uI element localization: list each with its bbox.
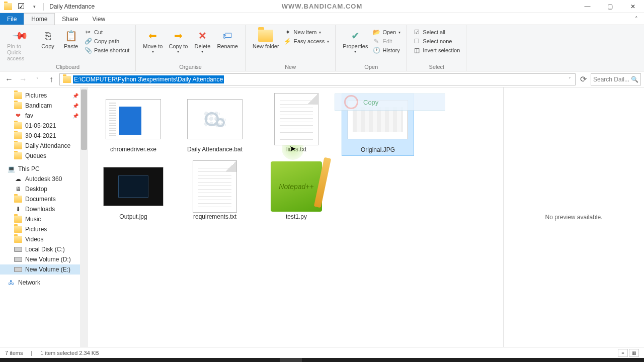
file-item[interactable]: Daily Attendance.bat — [179, 94, 251, 156]
start-button[interactable]: ⊞ — [2, 358, 24, 362]
tab-share[interactable]: Share — [55, 13, 85, 25]
nav-network[interactable]: 🖧Network — [0, 278, 88, 288]
recent-dropdown[interactable]: ˅ — [31, 73, 43, 85]
nav-item[interactable]: Pictures📌 — [0, 90, 88, 101]
task-app-2[interactable]: 📁 — [118, 358, 140, 362]
nav-item[interactable]: Videos — [0, 234, 88, 244]
new-folder-button[interactable]: New folder — [250, 27, 282, 50]
nav-pane[interactable]: Pictures📌Bandicam📌❤fav📌01-05-202130-04-2… — [0, 87, 88, 291]
paste-shortcut-button[interactable]: 📎Paste shortcut — [83, 46, 131, 54]
back-button[interactable]: ← — [3, 73, 15, 85]
drive-icon — [14, 257, 22, 262]
file-thumbnail — [266, 96, 327, 143]
address-dropdown[interactable]: ˅ — [565, 77, 574, 82]
search-task-button[interactable]: ○ — [25, 358, 47, 362]
task-app-3[interactable]: 📅 — [141, 358, 163, 362]
properties-button[interactable]: ✔Properties▾ — [340, 27, 371, 55]
cut-button[interactable]: ✂Cut — [83, 28, 131, 36]
nav-item[interactable]: 🖥Desktop — [0, 184, 88, 194]
selectall-icon: ☑ — [413, 29, 420, 36]
scrollbar[interactable] — [80, 87, 88, 347]
tab-view[interactable]: View — [85, 13, 112, 25]
scroll-thumb[interactable] — [81, 89, 87, 150]
ribbon-collapse-button[interactable]: ˄ — [629, 13, 644, 25]
refresh-button[interactable]: ⟳ — [578, 74, 589, 84]
window-title: Daily Attendance — [49, 3, 95, 10]
task-dev[interactable]: DEV — [326, 358, 348, 362]
maximize-button[interactable]: ▢ — [599, 0, 621, 13]
close-button[interactable]: ✕ — [621, 0, 644, 13]
copy-to-button[interactable]: ➡Copy to▾ — [166, 27, 191, 55]
nav-item[interactable]: Queues — [0, 151, 88, 161]
file-view[interactable]: Copy ➤ chromedriver.exeDaily Attendance.… — [88, 87, 503, 347]
nav-item[interactable]: Local Disk (C:) — [0, 244, 88, 254]
open-button[interactable]: 📂Open ▾ — [371, 28, 403, 36]
task-whatsapp[interactable]: ✆ — [210, 358, 232, 362]
nav-item[interactable]: Music — [0, 214, 88, 224]
history-button[interactable]: 🕐History — [371, 46, 403, 54]
file-item[interactable]: Notepad++test1.py — [260, 161, 333, 222]
nav-item[interactable]: Daily Attendance — [0, 141, 88, 151]
rename-button[interactable]: 🏷Rename — [214, 27, 241, 50]
moveto-icon: ⬅ — [145, 28, 160, 43]
select-all-button[interactable]: ☑Select all — [411, 28, 462, 36]
group-label-select: Select — [411, 64, 462, 70]
easy-access-button[interactable]: ⚡Easy access ▾ — [282, 37, 332, 45]
cortana-button[interactable]: ◉ — [48, 358, 70, 362]
preview-pane: No preview available. — [503, 87, 644, 347]
watermark: WWW.BANDICAM.COM — [282, 3, 362, 10]
task-chrome[interactable]: 🌐 — [187, 358, 209, 362]
up-button[interactable]: ↑ — [45, 73, 57, 85]
edit-button[interactable]: ✎Edit — [371, 37, 403, 45]
icons-view-button[interactable]: ▦ — [629, 349, 639, 357]
minimize-button[interactable]: — — [576, 0, 599, 13]
move-to-button[interactable]: ⬅Move to▾ — [140, 27, 166, 55]
taskview-button[interactable]: ⧉ — [71, 358, 94, 362]
address-bar[interactable]: E:\COMPUTER\Python 3\experiments\Daily A… — [59, 73, 576, 85]
qat-dropdown[interactable]: ▾ — [29, 2, 39, 12]
copypath-icon: 🔗 — [85, 38, 92, 45]
task-app-1[interactable]: 📨 — [95, 358, 117, 362]
nav-item[interactable]: Documents — [0, 194, 88, 204]
file-item[interactable]: requirements.txt — [179, 161, 251, 222]
file-item[interactable]: Output.jpg — [97, 161, 170, 222]
forward-button[interactable]: → — [17, 73, 29, 85]
group-label-clipboard: Clipboard — [4, 64, 131, 70]
paste-button[interactable]: 📋 Paste — [59, 27, 83, 50]
tab-file[interactable]: File — [0, 13, 24, 25]
qat-checkbox[interactable]: ☑ — [16, 2, 26, 12]
tab-home[interactable]: Home — [24, 13, 55, 25]
status-bar: 7 items | 1 item selected 2.34 KB ≡ ▦ — [0, 347, 644, 358]
task-firefox[interactable]: 🦊 — [164, 358, 186, 362]
nav-item[interactable]: ⬇Downloads — [0, 204, 88, 214]
delete-icon: ✕ — [195, 28, 210, 43]
copy-path-button[interactable]: 🔗Copy path — [83, 37, 131, 45]
task-app-4[interactable]: 📄 — [303, 358, 325, 362]
task-explorer[interactable]: 📂 — [280, 358, 302, 362]
pin-quick-access-button[interactable]: 📌 Pin to Quick access — [4, 27, 36, 62]
copy-button[interactable]: ⎘ Copy — [36, 27, 59, 50]
file-item[interactable]: links.txt — [260, 94, 333, 156]
nav-item[interactable]: Bandicam📌 — [0, 101, 88, 111]
nav-item[interactable]: 01-05-2021 — [0, 121, 88, 131]
nav-item[interactable]: ❤fav📌 — [0, 111, 88, 121]
nav-item[interactable]: 30-04-2021 — [0, 131, 88, 141]
file-thumbnail — [103, 96, 164, 143]
select-none-button[interactable]: ☐Select none — [411, 37, 462, 45]
nav-item[interactable]: ☁Autodesk 360 — [0, 174, 88, 184]
invert-selection-button[interactable]: ◫Invert selection — [411, 46, 462, 54]
address-text[interactable]: E:\COMPUTER\Python 3\experiments\Daily A… — [73, 75, 224, 83]
task-terminal[interactable]: ▮ — [233, 358, 256, 362]
history-icon: 🕐 — [373, 47, 380, 54]
nav-item[interactable]: New Volume (D:) — [0, 254, 88, 264]
delete-button[interactable]: ✕Delete▾ — [191, 27, 214, 55]
nav-item[interactable]: New Volume (E:) — [0, 264, 88, 275]
task-teams[interactable]: 👥 — [257, 358, 279, 362]
nav-item[interactable]: Pictures — [0, 224, 88, 234]
file-item[interactable]: chromedriver.exe — [97, 94, 170, 156]
new-item-button[interactable]: ✦New item ▾ — [282, 28, 332, 36]
folder-icon — [3, 2, 13, 12]
nav-this-pc[interactable]: 💻This PC — [0, 164, 88, 174]
details-view-button[interactable]: ≡ — [618, 349, 628, 357]
search-input[interactable]: Search Dail...🔍 — [591, 73, 641, 85]
